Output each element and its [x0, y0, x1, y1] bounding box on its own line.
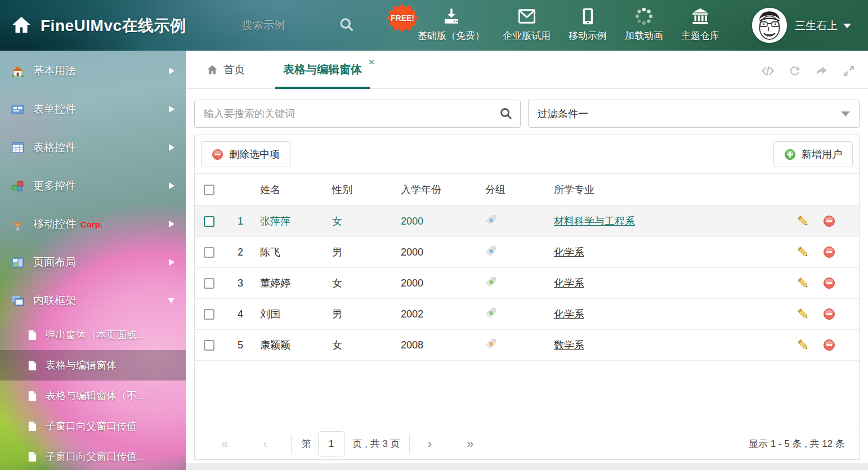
add-user-button[interactable]: 新增用户 [773, 141, 853, 167]
button-label: 删除选中项 [229, 147, 280, 161]
search-icon[interactable] [499, 107, 513, 120]
pagination-bar: « ‹ 第 页 , 共 3 页 › » 显示 1 - 5 条 , 共 12 条 [195, 428, 859, 459]
tag-icon [485, 245, 496, 257]
cell-group [485, 276, 554, 290]
delete-row-icon[interactable] [823, 308, 835, 320]
row-checkbox[interactable] [204, 309, 214, 320]
row-checkbox[interactable] [204, 216, 214, 227]
nav-mobile-demo[interactable]: 移动示例 [569, 6, 607, 42]
last-page-button[interactable]: » [467, 438, 473, 450]
cell-name: 陈飞 [260, 245, 332, 259]
sidebar-item-more-controls[interactable]: 更多控件 [0, 167, 186, 205]
file-icon [27, 421, 38, 432]
sidebar-subitem-label: 表格与编辑窗体 [46, 359, 117, 372]
share-icon[interactable] [815, 64, 829, 78]
cell-year: 2000 [401, 216, 485, 227]
sidebar-item-page-layout[interactable]: 页面布局 [0, 243, 186, 281]
refresh-icon[interactable] [788, 64, 802, 78]
home-icon[interactable] [11, 15, 32, 35]
prev-page-button[interactable]: ‹ [263, 438, 267, 450]
record-count-summary: 显示 1 - 5 条 , 共 12 条 [749, 437, 845, 450]
pager-divider [291, 435, 292, 454]
delete-row-icon[interactable] [823, 339, 835, 351]
cell-gender: 女 [332, 276, 401, 290]
sidebar-subitem-label: 弹出窗体（本页面或... [46, 328, 145, 342]
row-checkbox[interactable] [204, 247, 214, 258]
edit-pencil-icon[interactable] [797, 246, 809, 258]
delete-row-icon[interactable] [823, 246, 835, 258]
nav-label: 基础版（免费） [418, 29, 485, 42]
edit-pencil-icon[interactable] [797, 277, 809, 289]
cell-group [485, 245, 554, 259]
avatar[interactable] [752, 8, 787, 43]
delete-row-icon[interactable] [823, 277, 835, 289]
app-window: FineUIMvc在线示例 FREE! 基础版（免费） 企业版试用 移动示例 加… [0, 0, 868, 470]
code-icon[interactable] [761, 64, 775, 78]
sidebar-subitem-grid-edit-window[interactable]: 表格与编辑窗体 [0, 350, 186, 381]
select-all-checkbox[interactable] [204, 185, 214, 195]
chevron-right-icon [169, 221, 175, 227]
close-icon[interactable]: × [369, 57, 374, 67]
filter-dropdown[interactable]: 过滤条件一 [528, 100, 860, 128]
major-link[interactable]: 化学系 [554, 277, 584, 289]
edit-pencil-icon[interactable] [797, 339, 809, 351]
row-actions [791, 277, 859, 289]
delete-row-icon[interactable] [823, 215, 835, 227]
tab-home[interactable]: 首页 [203, 51, 248, 88]
first-page-button[interactable]: « [221, 438, 228, 450]
nav-theme-repo[interactable]: 主题仓库 [681, 6, 719, 42]
plus-circle-icon [784, 149, 796, 160]
sidebar-subitem-grid-edit-window-2[interactable]: 表格与编辑窗体（不... [0, 381, 186, 411]
sidebar-subitem-popup-window[interactable]: 弹出窗体（本页面或... [0, 320, 186, 350]
file-icon [27, 330, 38, 341]
sidebar-item-grid-controls[interactable]: 表格控件 [0, 128, 186, 167]
delete-selected-button[interactable]: 删除选中项 [201, 141, 290, 167]
nav-enterprise-trial[interactable]: 企业版试用 [503, 6, 551, 42]
sidebar-subitem-label: 子窗口向父窗口传值... [46, 450, 145, 463]
search-icon[interactable] [339, 17, 355, 33]
sidebar-item-form-controls[interactable]: 表单控件 [0, 90, 186, 128]
edit-pencil-icon[interactable] [797, 308, 809, 320]
next-page-button[interactable]: › [428, 438, 432, 450]
sidebar-item-label: 基本用法 [33, 64, 76, 78]
filter-dropdown-value: 过滤条件一 [538, 107, 588, 120]
column-header-major: 所学专业 [554, 183, 791, 196]
user-menu[interactable]: 三生石上 [795, 19, 851, 33]
cell-name: 刘国 [260, 307, 332, 321]
row-actions [791, 215, 859, 227]
chevron-right-icon [169, 68, 175, 74]
sidebar-item-basic-usage[interactable]: 基本用法 [0, 52, 186, 90]
major-link[interactable]: 数学系 [554, 339, 584, 351]
tag-icon [485, 338, 496, 350]
wireless-icon [11, 218, 24, 231]
user-name: 三生石上 [795, 19, 838, 33]
sidebar-subitem-label: 子窗口向父窗口传值 [46, 419, 137, 433]
keyword-search-input[interactable] [194, 100, 521, 128]
major-link[interactable]: 化学系 [554, 308, 584, 320]
edit-pencil-icon[interactable] [797, 215, 809, 227]
nav-loading-animations[interactable]: 加载动画 [625, 6, 663, 42]
nav-label: 企业版试用 [503, 29, 551, 42]
sidebar-subitem-child-to-parent-2[interactable]: 子窗口向父窗口传值... [0, 441, 186, 470]
download-icon [441, 6, 462, 26]
expand-icon[interactable] [842, 64, 856, 78]
chevron-down-icon [843, 24, 851, 28]
column-header-gender: 性别 [332, 183, 401, 196]
major-link[interactable]: 材料科学与工程系 [554, 216, 635, 227]
sidebar-subitem-child-to-parent[interactable]: 子窗口向父窗口传值 [0, 411, 186, 441]
header-search-input[interactable] [242, 16, 332, 35]
app-title: FineUIMvc在线示例 [41, 15, 186, 37]
row-checkbox[interactable] [204, 278, 214, 289]
cell-gender: 男 [332, 307, 401, 321]
row-checkbox[interactable] [204, 340, 214, 351]
tab-grid-edit-window[interactable]: 表格与编辑窗体 × [275, 51, 370, 88]
sidebar-item-inline-frames[interactable]: 内联框架 [0, 281, 186, 320]
row-index: 4 [229, 308, 260, 320]
major-link[interactable]: 化学系 [554, 247, 584, 258]
sidebar-item-mobile-controls[interactable]: 移动控件 Corp. [0, 205, 186, 243]
nav-basic-edition[interactable]: 基础版（免费） [418, 6, 485, 42]
cell-group [485, 338, 554, 352]
sidebar-item-label: 表格控件 [33, 140, 76, 155]
page-number-input[interactable] [318, 431, 345, 456]
row-index: 2 [229, 247, 260, 258]
